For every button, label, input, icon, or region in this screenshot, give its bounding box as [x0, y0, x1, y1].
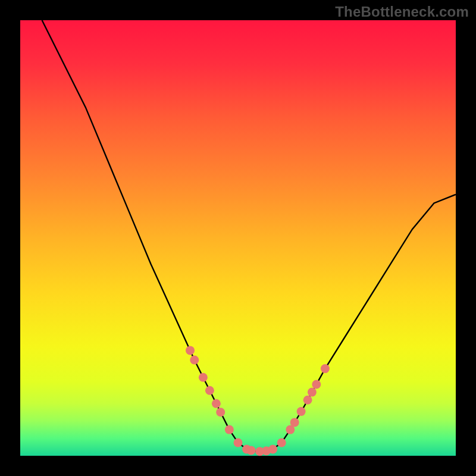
chart-frame: TheBottleneck.com [0, 0, 476, 476]
plot-background [20, 20, 456, 456]
curve-dot [312, 380, 321, 389]
curve-dot [297, 407, 306, 416]
curve-dot [190, 356, 199, 365]
curve-dot [247, 446, 256, 455]
curve-dot [303, 396, 312, 405]
curve-dot [277, 439, 286, 447]
curve-dot [212, 399, 221, 408]
curve-dot [268, 445, 277, 454]
bottleneck-chart [0, 0, 476, 476]
watermark-text: TheBottleneck.com [335, 4, 469, 20]
curve-dot [199, 373, 208, 382]
curve-dot [234, 439, 243, 447]
curve-dot [321, 364, 330, 373]
curve-dot [186, 346, 195, 355]
curve-dot [308, 388, 317, 397]
curve-dot [205, 386, 214, 395]
curve-dot [290, 418, 299, 427]
curve-dot [225, 425, 234, 434]
curve-dot [216, 408, 225, 416]
